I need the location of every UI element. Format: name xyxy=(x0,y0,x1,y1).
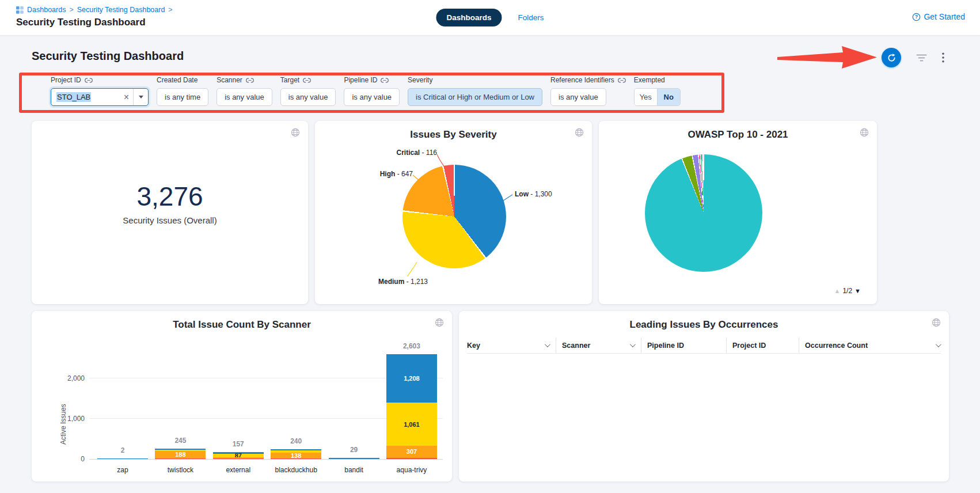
column-header-occurrence-count[interactable]: Occurrence Count xyxy=(799,337,941,353)
more-options-button[interactable] xyxy=(942,52,944,63)
breadcrumb-separator: > xyxy=(168,6,172,14)
bar-aqua-trivy[interactable]: 2,6031,2081,061307aqua-trivy xyxy=(386,354,437,459)
globe-icon[interactable] xyxy=(932,318,941,329)
bar-total-label: 29 xyxy=(329,446,379,454)
page-title: Security Testing Dashboard xyxy=(16,17,146,28)
pipeline-id-filter-button[interactable]: is any value xyxy=(344,88,400,106)
bar-twistlock[interactable]: 245188twistlock xyxy=(155,449,206,459)
filter-target: Target is any value xyxy=(280,76,336,106)
chevron-down-icon[interactable] xyxy=(630,342,636,347)
bar-segment-low[interactable] xyxy=(97,458,148,459)
globe-icon[interactable] xyxy=(860,128,869,139)
chevron-down-icon xyxy=(139,96,143,98)
column-header-scanner[interactable]: Scanner xyxy=(556,337,641,353)
bar-segment-critical[interactable] xyxy=(271,458,321,459)
globe-icon[interactable] xyxy=(575,128,584,139)
column-header-project-id[interactable]: Project ID xyxy=(726,337,799,353)
column-header-pipeline-id[interactable]: Pipeline ID xyxy=(641,337,726,353)
table-title: Leading Issues By Occurrences xyxy=(459,319,949,331)
bar-category-label: aqua-trivy xyxy=(386,466,437,474)
link-icon xyxy=(618,78,626,83)
y-tick-2000: 2,000 xyxy=(67,374,85,382)
combobox-dropdown[interactable] xyxy=(134,96,148,98)
link-icon xyxy=(303,78,311,83)
bar-segment-high[interactable]: 307 xyxy=(386,446,437,458)
bar-total-label: 245 xyxy=(155,437,206,445)
globe-icon[interactable] xyxy=(435,318,444,329)
exempted-no-option[interactable]: No xyxy=(657,89,680,105)
bar-category-label: blackduckhub xyxy=(271,466,321,474)
callout-critical: Critical - 116 xyxy=(350,149,437,157)
tab-folders[interactable]: Folders xyxy=(518,13,544,22)
globe-icon[interactable] xyxy=(291,128,300,139)
chevron-down-icon[interactable] xyxy=(936,342,941,347)
page-down-icon[interactable]: ▼ xyxy=(854,287,861,294)
question-circle-icon: ? xyxy=(912,13,921,21)
filter-severity: Severity is Critical or High or Medium o… xyxy=(408,76,542,106)
overall-count-value: 3,276 xyxy=(32,181,308,212)
page-up-icon[interactable]: ▲ xyxy=(834,287,841,294)
project-id-value[interactable]: STO_LAB xyxy=(56,92,91,102)
get-started-label: Get Started xyxy=(924,12,965,21)
clear-icon[interactable]: × xyxy=(120,93,133,102)
filter-created-date: Created Date is any time xyxy=(157,76,208,106)
card-owasp-top-10: OWASP Top 10 - 2021 ▲ 1/2 ▼ xyxy=(599,121,877,304)
exempted-yes-option[interactable]: Yes xyxy=(635,89,657,105)
target-filter-button[interactable]: is any value xyxy=(280,88,336,106)
bar-segment-critical[interactable] xyxy=(155,458,206,459)
callout-low: Low - 1,300 xyxy=(515,190,590,198)
owasp-pie-chart[interactable] xyxy=(645,154,762,272)
bar-segment-critical[interactable] xyxy=(213,458,264,459)
bar-blackduckhub[interactable]: 240138blackduckhub xyxy=(271,449,321,459)
filter-button[interactable] xyxy=(916,54,927,62)
owasp-chart-title: OWASP Top 10 - 2021 xyxy=(599,129,877,141)
refresh-icon xyxy=(887,53,897,63)
filter-scanner-label: Scanner xyxy=(216,76,242,84)
bar-zap[interactable]: 2zap xyxy=(97,458,148,459)
bar-chart-plot: 0 1,000 2,000 2zap245188twistlock15787ex… xyxy=(89,343,443,460)
table-header-row: Key Scanner Pipeline ID Project ID Occur… xyxy=(467,337,941,354)
severity-filter-button[interactable]: is Critical or High or Medium or Low xyxy=(408,88,542,106)
breadcrumb-dashboards[interactable]: Dashboards xyxy=(27,6,66,14)
get-started-link[interactable]: ? Get Started xyxy=(912,12,965,21)
header-tabs: Dashboards Folders xyxy=(436,9,544,26)
filter-created-date-label: Created Date xyxy=(157,76,197,84)
breadcrumb-current[interactable]: Security Testing Dashboard xyxy=(77,6,165,14)
tab-dashboards[interactable]: Dashboards xyxy=(436,9,502,26)
bar-segment-critical[interactable] xyxy=(386,458,437,459)
y-axis-label: Active Issues xyxy=(59,404,67,445)
project-id-combobox[interactable]: STO_LAB × xyxy=(51,88,149,106)
column-header-key[interactable]: Key xyxy=(467,337,556,353)
bar-category-label: external xyxy=(213,466,264,474)
y-tick-0: 0 xyxy=(81,455,85,463)
severity-chart-title: Issues By Severity xyxy=(315,129,592,141)
scanner-filter-button[interactable]: is any value xyxy=(216,88,272,106)
link-icon xyxy=(381,78,389,83)
filter-pipeline-id: Pipeline ID is any value xyxy=(344,76,400,106)
refresh-button[interactable] xyxy=(882,48,901,67)
annotation-red-arrow xyxy=(777,45,879,72)
bar-total-label: 2 xyxy=(97,446,148,454)
chevron-down-icon[interactable] xyxy=(545,342,550,347)
filter-icon xyxy=(916,54,927,62)
bar-segment-low[interactable]: 1,208 xyxy=(386,354,437,403)
created-date-filter-button[interactable]: is any time xyxy=(157,88,208,106)
bar-series: 2zap245188twistlock15787external240138bl… xyxy=(97,343,437,459)
severity-pie-chart[interactable] xyxy=(402,165,506,268)
bar-segment-medium[interactable]: 1,061 xyxy=(386,403,437,445)
bar-segment-low[interactable] xyxy=(329,458,379,459)
filter-project-id-label: Project ID xyxy=(51,76,81,84)
bar-external[interactable]: 15787external xyxy=(213,452,264,459)
top-bar: Dashboards > Security Testing Dashboard … xyxy=(0,0,980,36)
bar-bandit[interactable]: 29bandit xyxy=(329,458,379,459)
reference-identifiers-filter-button[interactable]: is any value xyxy=(550,88,606,106)
bar-segment-high[interactable]: 138 xyxy=(271,453,321,458)
page-indicator: 1/2 xyxy=(842,287,852,295)
bar-segment-value: 188 xyxy=(155,452,206,458)
bar-segment-value: 1,208 xyxy=(386,376,437,382)
overall-count-label: Security Issues (Overall) xyxy=(32,215,308,225)
bar-segment-high[interactable]: 188 xyxy=(155,451,206,458)
card-total-issue-count-by-scanner: Total Issue Count By Scanner Active Issu… xyxy=(32,311,452,481)
callout-high: High - 647 xyxy=(331,170,413,178)
y-tick-1000: 1,000 xyxy=(67,415,85,423)
